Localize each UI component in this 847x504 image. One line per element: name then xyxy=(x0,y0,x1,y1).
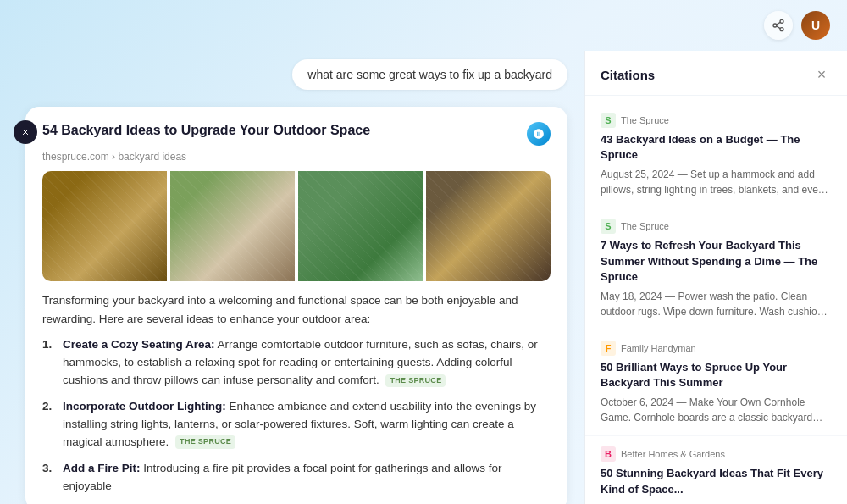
citation-item-4[interactable]: B Better Homes & Gardens 50 Stunning Bac… xyxy=(585,436,847,504)
close-citations-button[interactable]: × xyxy=(811,64,832,85)
citations-header: Citations × xyxy=(585,51,847,96)
citation-source-icon-2: S xyxy=(601,219,616,234)
citation-title-2: 7 Ways to Refresh Your Backyard This Sum… xyxy=(601,238,832,285)
list-item: 1. Create a Cozy Seating Area: Arrange c… xyxy=(42,336,551,390)
response-list: 1. Create a Cozy Seating Area: Arrange c… xyxy=(42,336,551,495)
citation-snippet-3: October 6, 2024 — Make Your Own Cornhole… xyxy=(601,395,832,425)
response-source: thespruce.com › backyard ideas xyxy=(42,151,551,163)
top-bar: U xyxy=(0,0,847,51)
list-content-3: Add a Fire Pit: Introducing a fire pit p… xyxy=(63,460,551,496)
backyard-image-2 xyxy=(170,171,295,281)
user-message-text: what are some great ways to fix up a bac… xyxy=(307,68,552,81)
image-grid xyxy=(42,171,551,281)
source-badge-button[interactable] xyxy=(527,122,551,146)
backyard-image-4 xyxy=(426,171,551,281)
ai-avatar-icon xyxy=(14,120,37,144)
citation-source-name-3: Family Handyman xyxy=(621,343,696,353)
list-item: 3. Add a Fire Pit: Introducing a fire pi… xyxy=(42,460,551,496)
perplexity-logo-icon xyxy=(19,125,32,139)
list-number-3: 3. xyxy=(42,460,58,496)
citation-source-row-1: S The Spruce xyxy=(601,113,832,128)
response-header: 54 Backyard Ideas to Upgrade Your Outdoo… xyxy=(42,122,551,146)
share-button[interactable] xyxy=(764,11,793,40)
svg-line-3 xyxy=(777,26,781,29)
citation-item-1[interactable]: S The Spruce 43 Backyard Ideas on a Budg… xyxy=(585,102,847,208)
list-content-1: Create a Cozy Seating Area: Arrange comf… xyxy=(63,336,551,390)
list-label-2: Incorporate Outdoor Lighting: xyxy=(63,400,226,413)
response-title: 54 Backyard Ideas to Upgrade Your Outdoo… xyxy=(42,122,370,140)
list-label-1: Create a Cozy Seating Area: xyxy=(63,338,215,351)
citation-item-3[interactable]: F Family Handyman 50 Brilliant Ways to S… xyxy=(585,330,847,436)
citation-source-row-4: B Better Homes & Gardens xyxy=(601,446,832,462)
citations-list: S The Spruce 43 Backyard Ideas on a Budg… xyxy=(585,96,847,504)
backyard-image-3 xyxy=(298,171,423,281)
citation-title-4: 50 Stunning Backyard Ideas That Fit Ever… xyxy=(601,466,832,496)
citation-title-1: 43 Backyard Ideas on a Budget — The Spru… xyxy=(601,132,832,163)
citation-source-name-4: Better Homes & Gardens xyxy=(621,449,725,459)
citation-snippet-2: May 18, 2024 — Power wash the patio. Cle… xyxy=(601,289,832,319)
citation-source-name-1: The Spruce xyxy=(621,115,669,125)
list-item: 2. Incorporate Outdoor Lighting: Enhance… xyxy=(42,398,551,451)
response-intro: Transforming your backyard into a welcom… xyxy=(42,291,551,328)
source-link[interactable]: thespruce.com › backyard ideas xyxy=(42,151,186,163)
citations-panel: Citations × S The Spruce 43 Backyard Ide… xyxy=(584,51,847,504)
list-badge-2: THE SPRUCE xyxy=(175,435,235,449)
user-message-bubble: what are some great ways to fix up a bac… xyxy=(292,59,567,90)
source-path: backyard ideas xyxy=(118,151,186,163)
citation-source-name-2: The Spruce xyxy=(621,221,669,231)
left-panel: what are some great ways to fix up a bac… xyxy=(0,51,584,504)
list-content-2: Incorporate Outdoor Lighting: Enhance am… xyxy=(63,398,551,451)
citations-title: Citations xyxy=(601,68,655,82)
list-number-2: 2. xyxy=(42,398,58,451)
citation-source-icon-4: B xyxy=(601,446,616,462)
citation-source-row-3: F Family Handyman xyxy=(601,341,832,356)
ai-response-card: 54 Backyard Ideas to Upgrade Your Outdoo… xyxy=(25,107,567,504)
citation-source-icon-1: S xyxy=(601,113,616,128)
user-avatar[interactable]: U xyxy=(801,11,830,40)
citation-source-row-2: S The Spruce xyxy=(601,219,832,234)
source-domain: thespruce.com xyxy=(42,151,109,163)
main-layout: what are some great ways to fix up a bac… xyxy=(0,51,847,504)
citation-title-3: 50 Brilliant Ways to Spruce Up Your Back… xyxy=(601,360,832,390)
citation-snippet-1: August 25, 2024 — Set up a hammock and a… xyxy=(601,167,832,197)
citation-source-icon-3: F xyxy=(601,341,616,356)
citation-item-2[interactable]: S The Spruce 7 Ways to Refresh Your Back… xyxy=(585,208,847,330)
refresh-icon xyxy=(533,128,545,140)
backyard-image-1 xyxy=(42,171,167,281)
list-badge-1: THE SPRUCE xyxy=(385,374,446,388)
svg-line-4 xyxy=(777,22,781,25)
user-message-row: what are some great ways to fix up a bac… xyxy=(25,59,567,90)
list-number-1: 1. xyxy=(42,336,58,390)
share-icon xyxy=(772,19,785,32)
list-label-3: Add a Fire Pit: xyxy=(63,462,141,474)
